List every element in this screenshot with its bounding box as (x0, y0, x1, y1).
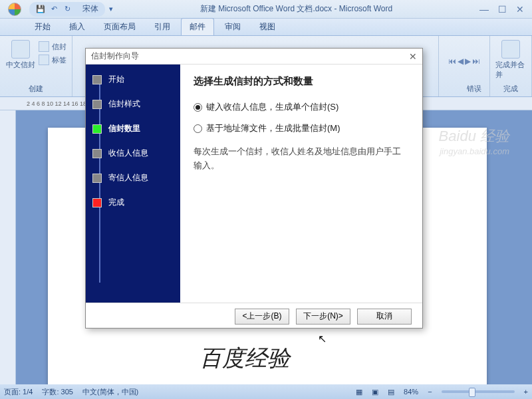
envelope-icon (11, 40, 30, 59)
font-name-display: 宋体 (82, 3, 98, 15)
undo-icon[interactable]: ↶ (49, 5, 59, 14)
save-icon[interactable]: 💾 (36, 5, 45, 14)
tab-view[interactable]: 视图 (251, 19, 283, 35)
finish-merge-button[interactable]: 完成并合并 (495, 40, 526, 82)
office-button[interactable] (3, 1, 27, 17)
view-print-layout-icon[interactable]: ▦ (356, 388, 362, 396)
dialog-footer: <上一步(B) 下一步(N)> 取消 (86, 303, 422, 329)
ribbon-group-nav: ⏮ ◀ ▶ ⏭ 错误 (438, 36, 490, 96)
step-box-icon (92, 149, 102, 158)
tab-page-layout[interactable]: 页面布局 (96, 19, 144, 35)
ribbon-group-create: 中文信封 信封 标签 创建 (0, 36, 72, 96)
status-page[interactable]: 页面: 1/4 (4, 387, 33, 397)
first-record-icon[interactable]: ⏮ (448, 57, 456, 66)
radio-batch-envelope[interactable]: 基于地址簿文件，生成批量信封(M) (194, 122, 409, 134)
chinese-envelope-button[interactable]: 中文信封 (5, 40, 36, 82)
titlebar: 💾 ↶ ↻ 宋体 ▾ 新建 Microsoft Office Word 文档.d… (0, 0, 532, 19)
envelope-wizard-dialog: 信封制作向导 ✕ 开始 信封样式 信封数里 收信人信息 寄信人信息 完成 选择生… (85, 48, 423, 329)
view-full-screen-icon[interactable]: ▣ (372, 388, 378, 396)
wizard-step-finish[interactable]: 完成 (92, 197, 174, 208)
dialog-titlebar[interactable]: 信封制作向导 ✕ (86, 49, 422, 65)
wizard-nav: 开始 信封样式 信封数里 收信人信息 寄信人信息 完成 (86, 65, 180, 303)
envelope-small-icon (39, 41, 49, 52)
tab-review[interactable]: 审阅 (217, 19, 249, 35)
step-box-active-icon (92, 124, 102, 134)
vertical-ruler[interactable] (0, 110, 16, 384)
step-box-finish-icon (92, 198, 102, 207)
ribbon-group-label: 创建 (5, 82, 66, 95)
radio-icon (194, 124, 202, 133)
zoom-out-icon[interactable]: − (428, 388, 432, 396)
office-logo-icon (8, 3, 21, 16)
mouse-cursor-icon: ↖ (318, 332, 327, 345)
finish-merge-icon (501, 40, 520, 59)
view-web-icon[interactable]: ▤ (388, 388, 394, 396)
next-record-icon[interactable]: ▶ (465, 57, 471, 66)
quick-access-toolbar: 💾 ↶ ↻ 宋体 (29, 2, 105, 17)
step-box-icon (92, 75, 102, 84)
label-icon (39, 55, 49, 65)
wizard-step-sender[interactable]: 寄信人信息 (92, 172, 174, 184)
wizard-heading: 选择生成信封的方式和数量 (194, 75, 409, 88)
prev-record-icon[interactable]: ◀ (458, 57, 464, 66)
wizard-step-recipient[interactable]: 收信人信息 (92, 148, 174, 159)
wizard-content: 选择生成信封的方式和数量 键入收信人信息，生成单个信封(S) 基于地址簿文件，生… (180, 65, 422, 303)
wizard-step-quantity[interactable]: 信封数里 (92, 123, 174, 134)
next-button[interactable]: 下一步(N)> (296, 309, 350, 325)
radio-single-envelope[interactable]: 键入收信人信息，生成单个信封(S) (194, 101, 409, 113)
status-words[interactable]: 字数: 305 (42, 387, 72, 397)
ribbon-group-finish: 完成并合并 完成 (490, 36, 532, 96)
statusbar: 页面: 1/4 字数: 305 中文(简体，中国) ▦ ▣ ▤ 84% − + (0, 384, 532, 399)
prev-button[interactable]: <上一步(B) (235, 309, 289, 325)
status-language[interactable]: 中文(简体，中国) (82, 387, 138, 397)
last-record-icon[interactable]: ⏭ (472, 57, 480, 66)
zoom-percent[interactable]: 84% (404, 388, 418, 396)
tab-mailings[interactable]: 邮件 (181, 18, 214, 35)
zoom-in-icon[interactable]: + (524, 388, 528, 396)
minimize-icon[interactable]: — (479, 4, 489, 15)
wizard-step-style[interactable]: 信封样式 (92, 98, 174, 110)
close-icon[interactable]: ✕ (516, 4, 524, 15)
document-text: 百度经验 (200, 343, 290, 374)
tab-insert[interactable]: 插入 (61, 19, 93, 35)
zoom-slider[interactable] (442, 390, 515, 393)
dialog-title: 信封制作向导 (91, 51, 139, 62)
maximize-icon[interactable]: ☐ (498, 4, 507, 15)
window-title: 新建 Microsoft Office Word 文档.docx - Micro… (113, 3, 479, 15)
dialog-close-icon[interactable]: ✕ (409, 51, 417, 62)
step-box-icon (92, 100, 102, 109)
cancel-button[interactable]: 取消 (357, 309, 412, 325)
ribbon-tabs: 开始 插入 页面布局 引用 邮件 审阅 视图 (0, 19, 532, 36)
step-box-icon (92, 174, 102, 183)
tab-references[interactable]: 引用 (146, 19, 178, 35)
envelope-button[interactable]: 信封 (39, 41, 66, 52)
label-button[interactable]: 标签 (39, 55, 66, 65)
wizard-step-start[interactable]: 开始 (92, 74, 174, 85)
radio-icon (194, 103, 202, 112)
window-controls: — ☐ ✕ (479, 4, 524, 15)
redo-icon[interactable]: ↻ (63, 5, 72, 14)
wizard-description: 每次生成一个信封，收信人姓名及地址信息由用户手工输入。 (194, 145, 409, 173)
tab-start[interactable]: 开始 (27, 19, 59, 35)
